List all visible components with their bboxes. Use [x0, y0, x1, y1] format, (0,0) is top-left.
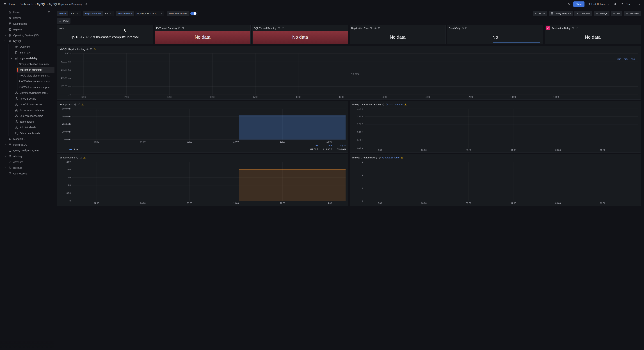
favorite-star-icon[interactable] [84, 2, 89, 7]
chart-canvas[interactable]: 2.502.001.501.000.50004:0006:0008:0010:0… [58, 160, 322, 175]
replication-lag-chart[interactable]: 1.00 s800.00 ms600.00 ms400.00 ms200.00 … [58, 52, 322, 99]
sidebar-item-performance-schema[interactable]: Performance schema [0, 107, 54, 113]
sidebar-item-group-replication-summary[interactable]: Group replication summary [0, 61, 54, 67]
sidebar-item-alerting[interactable]: Alerting [0, 153, 54, 159]
info-icon[interactable] [86, 48, 89, 50]
sidebar-item-command-handler-cou[interactable]: Command/Handler cou... [0, 90, 54, 96]
external-link-icon[interactable] [78, 103, 80, 106]
sidebar-item-tokudb-details[interactable]: TokuDB details [0, 125, 54, 130]
external-link-icon[interactable] [80, 156, 82, 159]
sidebar-item-mongodb[interactable]: MongoDB [0, 136, 54, 142]
panel-title[interactable]: IO Thread Running [156, 27, 177, 30]
sidebar-item-pxc-galera-nodes-compare[interactable]: PXC/Galera nodes compare [0, 84, 54, 90]
interval-value: auto [71, 12, 75, 15]
svg-text:0 s: 0 s [68, 93, 71, 96]
stat-value-area: No data [155, 31, 250, 44]
external-link-icon[interactable] [90, 48, 92, 50]
panel-title[interactable]: Node [58, 27, 64, 30]
sidebar-item-query-analytics-qan[interactable]: Query Analytics (QAN) [0, 148, 54, 153]
panel-title[interactable]: Binlogs Size [60, 103, 73, 106]
chevron-right-icon[interactable] [4, 34, 7, 37]
panel-header: SQL Thread Running [252, 26, 322, 31]
pmm-annotations-label: PMM Annotations [167, 11, 189, 16]
sidebar-item-high-availability[interactable]: High availability [0, 55, 54, 61]
sidebar-item-other-dashboards[interactable]: Other dashboards [0, 130, 54, 136]
sidebar-item-mysql[interactable]: MySQL [0, 38, 54, 44]
stat-panel-io-thread-running: IO Thread RunningNo data [154, 25, 251, 44]
svg-text:08:00: 08:00 [187, 141, 192, 143]
breadcrumb-separator: › [47, 3, 48, 6]
sidebar-item-label: Overview [20, 45, 30, 48]
breadcrumb-item-dashboards[interactable]: Dashboards [20, 3, 34, 6]
chevron-right-icon[interactable] [4, 166, 7, 169]
sidebar-item-table-details[interactable]: Table details [0, 119, 54, 125]
info-icon[interactable] [74, 103, 76, 106]
panel-title[interactable]: MySQL Replication Lag [60, 48, 85, 51]
panel-title[interactable]: Binlogs Count [60, 156, 75, 159]
sidebar-item-query-response-time[interactable]: Query response time [0, 113, 54, 119]
toggle-switch[interactable] [190, 12, 196, 15]
chevron-down-icon[interactable] [4, 40, 7, 42]
breadcrumb-item-mysql-replication-summary[interactable]: MySQL Replication Summary [49, 3, 82, 6]
chevron-right-icon[interactable] [4, 161, 7, 163]
sidebar-item-summary[interactable]: Summary [0, 50, 54, 55]
sidebar-item-dashboards[interactable]: Dashboards [0, 21, 54, 27]
warning-icon[interactable] [94, 48, 96, 50]
sidebar-item-label: Replication summary [19, 68, 42, 71]
chevron-right-icon[interactable] [4, 143, 7, 146]
sidebar-item-innodb-compression[interactable]: InnoDB compression [0, 102, 54, 107]
legend-header-min[interactable]: min [305, 144, 318, 147]
sidebar-item-innodb-details[interactable]: InnoDB details [0, 96, 54, 102]
pmm-annotations-toggle[interactable] [189, 11, 198, 16]
series-color-swatch [70, 149, 72, 150]
warning-icon[interactable] [82, 103, 84, 106]
sidebar-item-pxc-galera-node-summary[interactable]: PXC/Galera node summary [0, 79, 54, 84]
legend-series[interactable]: Size [70, 148, 78, 151]
chevron-slot [10, 120, 14, 123]
binlogs-count-chart[interactable]: 2.502.001.501.000.50004:0006:0008:0010:0… [58, 160, 322, 175]
sidebar-item-postgresql[interactable]: PostgreSQL [0, 142, 54, 148]
breadcrumb-separator: › [35, 3, 36, 6]
info-icon[interactable] [178, 27, 180, 29]
breadcrumb-item-mysql[interactable]: MySQL [37, 3, 46, 6]
chart-canvas[interactable]: 800.00 B600.00 B400.00 B200.00 B0.00 B04… [58, 107, 322, 143]
apps-icon [8, 22, 12, 25]
chevron-slot [10, 51, 14, 54]
breadcrumb-item-home[interactable]: Home [9, 3, 16, 6]
external-link-icon[interactable] [182, 27, 184, 29]
replication-set-select[interactable]: All [103, 11, 113, 16]
warning-icon[interactable] [83, 156, 86, 159]
dock-icon[interactable] [48, 11, 50, 14]
sidebar-item-starred[interactable]: Starred [0, 15, 54, 21]
sidebar-item-home[interactable]: Home [0, 9, 54, 15]
sidebar-item-backup[interactable]: Backup [0, 165, 54, 171]
external-link-icon[interactable] [281, 27, 284, 29]
sidebar-item-advisors[interactable]: Advisors [0, 159, 54, 165]
binlogs-size-chart[interactable]: 800.00 B600.00 B400.00 B200.00 B0.00 B04… [58, 107, 322, 143]
menu-toggle-button[interactable] [2, 2, 8, 7]
bell-icon [8, 155, 12, 158]
elephant-icon [8, 143, 12, 146]
chevron-right-icon[interactable] [4, 138, 7, 140]
kebab-menu-icon[interactable] [247, 27, 249, 29]
sidebar-item-explore[interactable]: Explore [0, 27, 54, 32]
service-name-select[interactable]: ps_8.0_3.19.228.7_1 [135, 11, 164, 16]
interval-label: Interval [57, 11, 68, 16]
sidebar-item-connections[interactable]: Connections [0, 171, 54, 175]
sidebar-item-pxc-galera-cluster-summ[interactable]: PXC/Galera cluster summ... [0, 73, 54, 79]
pmm-button[interactable]: PMM [57, 18, 70, 24]
sidebar-item-label: Starred [13, 17, 22, 20]
sidebar-item-replication-summary[interactable]: Replication summary [0, 67, 54, 73]
panel-title[interactable]: SQL Thread Running [254, 27, 276, 30]
interval-select[interactable]: auto [69, 11, 81, 16]
chart-canvas[interactable]: 1.00 s800.00 ms600.00 ms400.00 ms200.00 … [58, 52, 322, 99]
chevron-down-icon[interactable] [10, 57, 14, 60]
info-icon[interactable] [278, 27, 280, 29]
chevron-right-icon[interactable] [4, 155, 7, 157]
info-icon[interactable] [76, 156, 78, 159]
svg-text:06:00: 06:00 [210, 96, 215, 98]
sidebar-item-operating-system-os[interactable]: Operating System (OS) [0, 32, 54, 38]
sidebar-item-overview[interactable]: Overview [0, 44, 54, 50]
sidebar-item-label: Query Analytics (QAN) [13, 149, 39, 152]
legend-header-max[interactable]: max [318, 144, 322, 147]
